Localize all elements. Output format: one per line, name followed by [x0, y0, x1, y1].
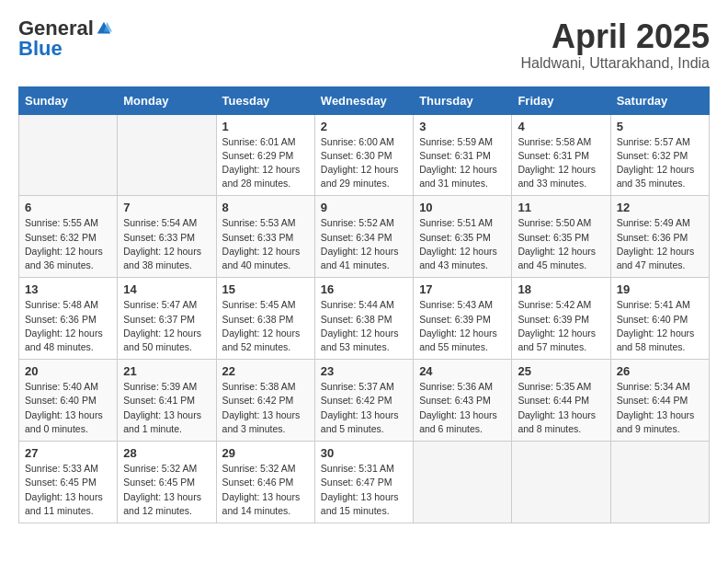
calendar-cell: 25 Sunrise: 5:35 AMSunset: 6:44 PMDaylig…	[512, 360, 610, 442]
day-info: Sunrise: 5:35 AMSunset: 6:44 PMDaylight:…	[518, 381, 596, 434]
day-number: 22	[222, 364, 309, 378]
day-info: Sunrise: 5:32 AMSunset: 6:46 PMDaylight:…	[222, 463, 301, 516]
calendar-cell: 29 Sunrise: 5:32 AMSunset: 6:46 PMDaylig…	[216, 442, 314, 523]
day-info: Sunrise: 5:59 AMSunset: 6:31 PMDaylight:…	[419, 136, 497, 190]
day-info: Sunrise: 5:39 AMSunset: 6:41 PMDaylight:…	[123, 381, 201, 434]
day-info: Sunrise: 5:38 AMSunset: 6:42 PMDaylight:…	[222, 381, 301, 434]
day-info: Sunrise: 5:32 AMSunset: 6:45 PMDaylight:…	[123, 463, 201, 516]
calendar-cell: 15 Sunrise: 5:45 AMSunset: 6:38 PMDaylig…	[216, 278, 314, 360]
day-number: 19	[617, 282, 703, 296]
calendar-cell: 7 Sunrise: 5:54 AMSunset: 6:33 PMDayligh…	[118, 196, 216, 278]
day-info: Sunrise: 6:00 AMSunset: 6:30 PMDaylight:…	[321, 136, 399, 190]
calendar-cell	[414, 442, 512, 523]
calendar-cell: 22 Sunrise: 5:38 AMSunset: 6:42 PMDaylig…	[216, 360, 314, 442]
day-number: 5	[617, 120, 703, 133]
day-number: 14	[123, 282, 210, 296]
logo: General Blue	[18, 18, 112, 59]
day-number: 2	[321, 120, 407, 133]
day-info: Sunrise: 5:40 AMSunset: 6:40 PMDaylight:…	[25, 381, 103, 434]
day-number: 3	[419, 120, 506, 133]
day-number: 29	[222, 446, 309, 460]
day-info: Sunrise: 5:48 AMSunset: 6:36 PMDaylight:…	[25, 299, 103, 352]
calendar-cell: 8 Sunrise: 5:53 AMSunset: 6:33 PMDayligh…	[216, 196, 314, 278]
calendar-week-row: 6 Sunrise: 5:55 AMSunset: 6:32 PMDayligh…	[19, 196, 710, 278]
header-day-thursday: Thursday	[414, 86, 512, 114]
day-info: Sunrise: 5:53 AMSunset: 6:33 PMDaylight:…	[222, 217, 301, 270]
calendar-cell	[512, 442, 610, 523]
day-number: 20	[25, 364, 111, 378]
calendar-header-row: SundayMondayTuesdayWednesdayThursdayFrid…	[19, 86, 710, 114]
day-number: 21	[123, 364, 210, 378]
day-info: Sunrise: 5:41 AMSunset: 6:40 PMDaylight:…	[617, 299, 695, 352]
day-info: Sunrise: 5:58 AMSunset: 6:31 PMDaylight:…	[518, 136, 596, 190]
calendar-cell: 12 Sunrise: 5:49 AMSunset: 6:36 PMDaylig…	[610, 196, 709, 278]
calendar-week-row: 27 Sunrise: 5:33 AMSunset: 6:45 PMDaylig…	[19, 442, 710, 523]
calendar-cell: 9 Sunrise: 5:52 AMSunset: 6:34 PMDayligh…	[314, 196, 413, 278]
day-info: Sunrise: 5:49 AMSunset: 6:36 PMDaylight:…	[617, 217, 695, 270]
calendar-cell: 11 Sunrise: 5:50 AMSunset: 6:35 PMDaylig…	[512, 196, 610, 278]
title-area: April 2025 Haldwani, Uttarakhand, India	[521, 18, 710, 72]
calendar-cell: 2 Sunrise: 6:00 AMSunset: 6:30 PMDayligh…	[314, 114, 413, 196]
day-info: Sunrise: 5:44 AMSunset: 6:38 PMDaylight:…	[321, 299, 399, 352]
day-number: 11	[518, 201, 604, 214]
day-info: Sunrise: 5:43 AMSunset: 6:39 PMDaylight:…	[419, 299, 497, 352]
calendar-week-row: 20 Sunrise: 5:40 AMSunset: 6:40 PMDaylig…	[19, 360, 710, 442]
day-number: 26	[617, 364, 703, 378]
calendar-cell: 5 Sunrise: 5:57 AMSunset: 6:32 PMDayligh…	[610, 114, 709, 196]
header-day-saturday: Saturday	[610, 86, 709, 114]
calendar-cell	[118, 114, 216, 196]
calendar-week-row: 13 Sunrise: 5:48 AMSunset: 6:36 PMDaylig…	[19, 278, 710, 360]
calendar-cell: 23 Sunrise: 5:37 AMSunset: 6:42 PMDaylig…	[314, 360, 413, 442]
day-info: Sunrise: 5:45 AMSunset: 6:38 PMDaylight:…	[222, 299, 301, 352]
day-number: 28	[123, 446, 210, 460]
header-day-friday: Friday	[512, 86, 610, 114]
logo-blue: Blue	[18, 39, 63, 59]
day-number: 30	[321, 446, 407, 460]
day-info: Sunrise: 5:42 AMSunset: 6:39 PMDaylight:…	[518, 299, 596, 352]
day-info: Sunrise: 6:01 AMSunset: 6:29 PMDaylight:…	[222, 136, 301, 190]
calendar-cell: 19 Sunrise: 5:41 AMSunset: 6:40 PMDaylig…	[610, 278, 709, 360]
calendar-cell: 26 Sunrise: 5:34 AMSunset: 6:44 PMDaylig…	[610, 360, 709, 442]
day-number: 12	[617, 201, 703, 214]
day-number: 7	[123, 201, 210, 214]
day-number: 9	[321, 201, 407, 214]
day-number: 10	[419, 201, 506, 214]
day-info: Sunrise: 5:54 AMSunset: 6:33 PMDaylight:…	[123, 217, 201, 270]
day-info: Sunrise: 5:47 AMSunset: 6:37 PMDaylight:…	[123, 299, 201, 352]
day-info: Sunrise: 5:37 AMSunset: 6:42 PMDaylight:…	[321, 381, 399, 434]
calendar-cell: 28 Sunrise: 5:32 AMSunset: 6:45 PMDaylig…	[118, 442, 216, 523]
day-number: 15	[222, 282, 309, 296]
calendar-table: SundayMondayTuesdayWednesdayThursdayFrid…	[18, 86, 710, 523]
day-number: 17	[419, 282, 506, 296]
header-day-tuesday: Tuesday	[216, 86, 314, 114]
day-info: Sunrise: 5:34 AMSunset: 6:44 PMDaylight:…	[617, 381, 695, 434]
calendar-cell: 17 Sunrise: 5:43 AMSunset: 6:39 PMDaylig…	[414, 278, 512, 360]
calendar-cell: 14 Sunrise: 5:47 AMSunset: 6:37 PMDaylig…	[118, 278, 216, 360]
header-day-wednesday: Wednesday	[314, 86, 413, 114]
header-day-monday: Monday	[118, 86, 216, 114]
day-number: 6	[25, 201, 111, 214]
day-number: 23	[321, 364, 407, 378]
calendar-cell: 21 Sunrise: 5:39 AMSunset: 6:41 PMDaylig…	[118, 360, 216, 442]
calendar-cell	[19, 114, 118, 196]
calendar-cell: 18 Sunrise: 5:42 AMSunset: 6:39 PMDaylig…	[512, 278, 610, 360]
header: General Blue April 2025 Haldwani, Uttara…	[18, 18, 710, 72]
calendar-cell: 30 Sunrise: 5:31 AMSunset: 6:47 PMDaylig…	[314, 442, 413, 523]
day-info: Sunrise: 5:55 AMSunset: 6:32 PMDaylight:…	[25, 217, 103, 270]
calendar-cell	[610, 442, 709, 523]
day-number: 8	[222, 201, 309, 214]
day-number: 18	[518, 282, 604, 296]
day-info: Sunrise: 5:50 AMSunset: 6:35 PMDaylight:…	[518, 217, 596, 270]
calendar-cell: 24 Sunrise: 5:36 AMSunset: 6:43 PMDaylig…	[414, 360, 512, 442]
day-info: Sunrise: 5:33 AMSunset: 6:45 PMDaylight:…	[25, 463, 103, 516]
calendar-cell: 16 Sunrise: 5:44 AMSunset: 6:38 PMDaylig…	[314, 278, 413, 360]
day-number: 24	[419, 364, 506, 378]
calendar-cell: 27 Sunrise: 5:33 AMSunset: 6:45 PMDaylig…	[19, 442, 118, 523]
day-number: 4	[518, 120, 604, 133]
location-title: Haldwani, Uttarakhand, India	[521, 55, 710, 72]
calendar-cell: 10 Sunrise: 5:51 AMSunset: 6:35 PMDaylig…	[414, 196, 512, 278]
logo-icon	[96, 20, 112, 37]
header-day-sunday: Sunday	[19, 86, 118, 114]
day-info: Sunrise: 5:51 AMSunset: 6:35 PMDaylight:…	[419, 217, 497, 270]
day-number: 13	[25, 282, 111, 296]
